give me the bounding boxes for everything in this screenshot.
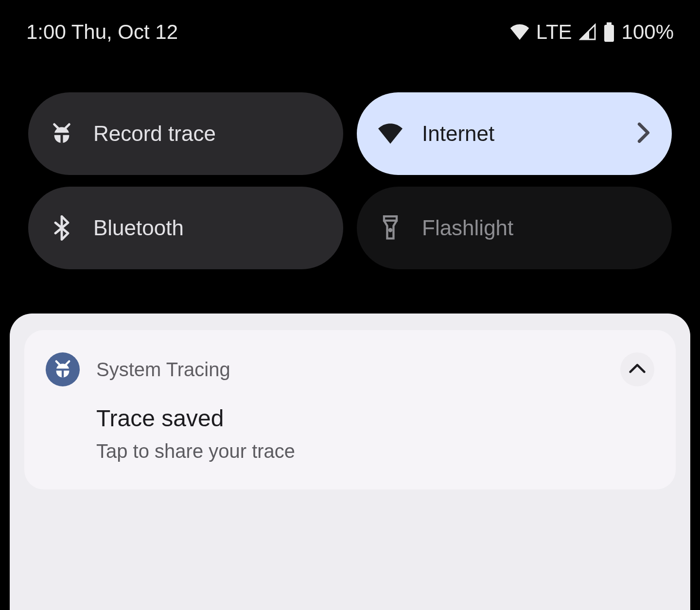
record-trace-tile[interactable]: Record trace xyxy=(28,92,343,175)
quick-settings-panel: Record trace Internet Bluetooth xyxy=(0,92,700,269)
app-icon-bug xyxy=(46,352,80,386)
svg-rect-7 xyxy=(62,370,64,378)
bluetooth-icon xyxy=(50,216,74,240)
notification-app-name: System Tracing xyxy=(96,359,604,381)
battery-percent: 100% xyxy=(622,20,674,44)
bluetooth-tile[interactable]: Bluetooth xyxy=(28,187,343,269)
svg-rect-0 xyxy=(607,22,612,25)
wifi-icon xyxy=(378,122,402,146)
chevron-up-icon xyxy=(629,363,646,376)
collapse-button[interactable] xyxy=(620,352,654,386)
internet-tile[interactable]: Internet xyxy=(357,92,672,175)
notification-subtitle: Tap to share your trace xyxy=(96,440,654,462)
status-time-date: 1:00 Thu, Oct 12 xyxy=(26,20,178,44)
svg-rect-4 xyxy=(384,216,397,221)
svg-rect-1 xyxy=(604,25,614,42)
tile-label: Flashlight xyxy=(422,216,650,240)
flashlight-tile[interactable]: Flashlight xyxy=(357,187,672,269)
tile-label: Bluetooth xyxy=(93,216,322,240)
tile-label: Record trace xyxy=(93,122,322,146)
notification-title: Trace saved xyxy=(96,405,654,432)
network-label: LTE xyxy=(536,20,572,44)
notification-shade: System Tracing Trace saved Tap to share … xyxy=(0,304,700,610)
svg-rect-3 xyxy=(61,135,63,143)
battery-icon xyxy=(603,22,615,42)
cellular-signal-icon xyxy=(579,23,596,41)
status-right: LTE 100% xyxy=(510,20,674,44)
bug-icon xyxy=(50,122,74,146)
svg-point-5 xyxy=(389,229,391,231)
tile-label: Internet xyxy=(422,122,617,146)
notification-header: System Tracing xyxy=(46,352,654,386)
notification-card[interactable]: System Tracing Trace saved Tap to share … xyxy=(24,330,676,489)
notification-body: Trace saved Tap to share your trace xyxy=(96,405,654,462)
notification-container: System Tracing Trace saved Tap to share … xyxy=(10,314,690,610)
status-bar: 1:00 Thu, Oct 12 LTE 100% xyxy=(0,0,700,44)
flashlight-icon xyxy=(378,216,402,240)
wifi-status-icon xyxy=(510,24,529,40)
chevron-right-icon xyxy=(637,122,650,145)
